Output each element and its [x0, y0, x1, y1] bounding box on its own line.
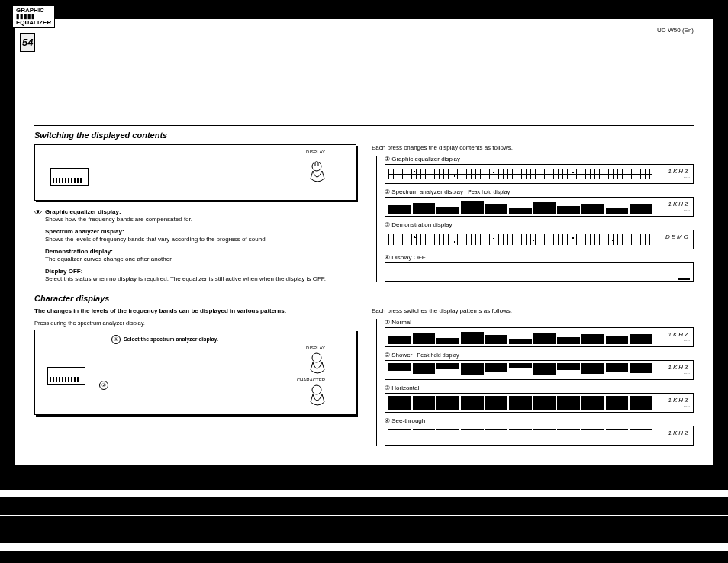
display-sequence-2: ① Normal 1KHZ····· ② Shower Peak hold di… [376, 319, 694, 446]
disp-off: ④ Display OFF [385, 254, 694, 282]
device-icon [47, 367, 85, 385]
readout: 1KHZ [668, 429, 690, 436]
disp-geq: ① Graphic equalizer display 1KHZ····· [385, 156, 694, 184]
label: See-through [391, 417, 425, 424]
num: ② [385, 352, 390, 359]
disp-seethrough: ④ See-through 1KHZ····· [385, 417, 694, 446]
illustration-box-2: ① Select the spectrum analyzer display. … [34, 330, 356, 415]
section1-intro: Each press changes the display contents … [372, 144, 694, 151]
num: ③ [385, 384, 390, 391]
step1-text: Select the spectrum analyzer display. [124, 336, 218, 342]
readout: DEMO [665, 233, 690, 240]
def-title: Demonstration display: [45, 248, 356, 256]
display-sequence-1: ① Graphic equalizer display 1KHZ····· ② … [376, 156, 694, 282]
finger-press-icon [305, 160, 328, 183]
model-label: UD-W50 (En) [34, 27, 694, 34]
def-body: The equalizer curves change one after an… [45, 256, 173, 262]
callout: Peak hold display [468, 189, 510, 195]
svg-point-2 [312, 385, 321, 394]
def-spectrum: Spectrum analyzer display: Shows the lev… [34, 228, 356, 243]
manual-page: GRAPHIC ▮▮▮▮▮ EQUALIZER UD-W50 (En) 54 S… [15, 19, 713, 465]
button-label: CHARACTER [297, 378, 325, 382]
readout: 1KHZ [668, 168, 690, 175]
readout: 1KHZ [668, 364, 690, 371]
device-icon [50, 168, 89, 186]
def-body: Shows how the frequency bands are compen… [45, 216, 192, 223]
num: ③ [385, 221, 390, 228]
step2-num: ② [99, 381, 108, 390]
disp-shower: ② Shower Peak hold display 1KHZ····· [385, 352, 694, 380]
label: Graphic equalizer display [391, 156, 460, 162]
label: Display OFF [391, 254, 425, 261]
def-body: Shows the levels of frequency bands that… [45, 236, 267, 243]
section-rule [34, 125, 694, 126]
button-label: DISPLAY [306, 150, 325, 154]
def-geq: 👁 Graphic equalizer display: Shows how t… [34, 208, 356, 224]
button-label: DISPLAY [306, 346, 325, 350]
readout: 1KHZ [668, 397, 690, 404]
scan-artifact [0, 465, 728, 563]
illustration-box-1: DISPLAY [34, 144, 356, 201]
num: ② [385, 188, 390, 195]
def-title: Graphic equalizer display: [45, 208, 356, 216]
disp-demo: ③ Demonstration display DEMO····· [385, 221, 694, 249]
label: Demonstration display [391, 221, 452, 228]
eye-icon: 👁 [34, 208, 42, 218]
def-body: Select this status when no display is re… [45, 275, 326, 282]
section2-title: Character displays [34, 294, 694, 303]
section1-title: Switching the displayed contents [34, 130, 694, 140]
readout: 1KHZ [668, 331, 690, 338]
page-number: 54 [20, 33, 35, 52]
num: ④ [385, 254, 390, 261]
step1-num: ① [111, 335, 121, 344]
def-demo: Demonstration display: The equalizer cur… [34, 248, 356, 263]
disp-horizontal: ③ Horizontal 1KHZ····· [385, 384, 694, 413]
svg-point-1 [312, 353, 321, 362]
finger-press-icon [305, 352, 328, 375]
label: Horizontal [391, 384, 419, 391]
num: ① [385, 156, 390, 162]
disp-normal: ① Normal 1KHZ····· [385, 319, 694, 347]
callout: Peak hold display [417, 352, 459, 358]
definitions: 👁 Graphic equalizer display: Shows how t… [34, 208, 356, 283]
disp-spectrum: ② Spectrum analyzer display Peak hold di… [385, 188, 694, 217]
num: ④ [385, 417, 390, 424]
def-title: Display OFF: [45, 268, 356, 275]
label: Spectrum analyzer display [391, 188, 463, 195]
readout: 1KHZ [668, 201, 690, 208]
section2-note: Press during the spectrum analyzer displ… [34, 320, 356, 327]
svg-point-0 [312, 162, 321, 171]
def-off: Display OFF: Select this status when no … [34, 268, 356, 283]
def-title: Spectrum analyzer display: [45, 228, 356, 236]
brand-badge: GRAPHIC ▮▮▮▮▮ EQUALIZER [12, 5, 55, 28]
badge-line2: EQUALIZER [16, 19, 51, 26]
num: ① [385, 319, 390, 326]
section2-intro: Each press switches the display patterns… [372, 307, 694, 314]
section2-subhead: The changes in the levels of the frequen… [34, 307, 356, 315]
label: Normal [391, 319, 411, 326]
finger-press-icon [305, 384, 328, 407]
label: Shower [391, 352, 412, 359]
